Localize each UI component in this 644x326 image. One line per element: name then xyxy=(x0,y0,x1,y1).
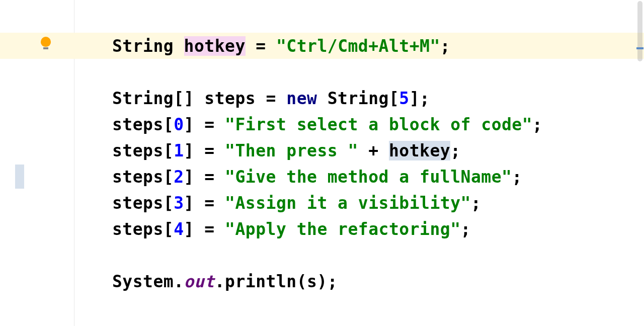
token-semi: ; xyxy=(532,115,542,134)
token-code: ] = xyxy=(184,219,225,239)
scrollbar-thumb[interactable] xyxy=(637,1,642,61)
code-line[interactable]: System.out.println(s); xyxy=(74,268,644,294)
token-string: "Ctrl/Cmd+Alt+M" xyxy=(276,36,440,56)
token-number: 0 xyxy=(174,115,184,134)
token-number: 3 xyxy=(174,193,184,213)
editor-viewport[interactable]: String hotkey = "Ctrl/Cmd+Alt+M"; String… xyxy=(74,0,644,326)
token-string: "Apply the refactoring" xyxy=(225,219,460,239)
token-code: steps[ xyxy=(112,167,174,187)
token-code: String[ xyxy=(317,89,399,108)
code-line[interactable]: steps[2] = "Give the method a fullName"; xyxy=(74,164,644,190)
code-line-blank[interactable] xyxy=(74,59,644,85)
token-code: ] = xyxy=(184,141,225,160)
token-op: + xyxy=(358,141,389,160)
minimap-marker[interactable] xyxy=(636,47,643,49)
token-code: steps[ xyxy=(112,141,174,160)
token-type: String xyxy=(112,36,174,56)
token-code: System. xyxy=(112,272,184,291)
token-code: steps[ xyxy=(112,193,174,213)
token-semi: ; xyxy=(512,167,522,187)
token-semi: ; xyxy=(450,141,460,160)
token-field-out: out xyxy=(184,272,215,291)
token-number: 4 xyxy=(174,219,184,239)
gutter-line-marker[interactable] xyxy=(15,165,24,189)
token-number: 2 xyxy=(174,167,184,187)
token-number: 1 xyxy=(174,141,184,160)
code-line[interactable]: String[] steps = new String[5]; xyxy=(74,85,644,111)
token-string: "Then press " xyxy=(225,141,358,160)
token-variable-declaration[interactable]: hotkey xyxy=(184,36,246,56)
code-line[interactable]: steps[3] = "Assign it a visibility"; xyxy=(74,190,644,216)
token-semi: ; xyxy=(471,193,481,213)
token-semi: ; xyxy=(440,36,450,56)
token-code: String[] steps = xyxy=(112,89,286,108)
code-editor[interactable]: String hotkey = "Ctrl/Cmd+Alt+M"; String… xyxy=(0,0,644,326)
token-code: ]; xyxy=(410,89,430,108)
token-semi: ; xyxy=(461,219,471,239)
code-line-blank[interactable] xyxy=(74,7,644,33)
token-string: "Give the method a fullName" xyxy=(225,167,512,187)
token-code: .println(s); xyxy=(215,272,338,291)
token-code: ] = xyxy=(184,115,225,134)
token-code: steps[ xyxy=(112,115,174,134)
token-string: "Assign it a visibility" xyxy=(225,193,471,213)
code-line[interactable]: steps[4] = "Apply the refactoring"; xyxy=(74,216,644,242)
editor-scrollbar[interactable] xyxy=(636,0,644,326)
token-code: ] = xyxy=(184,193,225,213)
code-line[interactable]: steps[0] = "First select a block of code… xyxy=(74,111,644,137)
token-variable-usage[interactable]: hotkey xyxy=(389,141,450,160)
token-keyword-new: new xyxy=(286,89,317,108)
intention-bulb-icon[interactable] xyxy=(40,37,51,51)
icon-gutter[interactable] xyxy=(25,0,74,326)
token-code: steps[ xyxy=(112,219,174,239)
token-code: ] = xyxy=(184,167,225,187)
code-line-current[interactable]: String hotkey = "Ctrl/Cmd+Alt+M"; xyxy=(74,33,644,59)
token-string: "First select a block of code" xyxy=(225,115,532,134)
token-op: = xyxy=(246,36,276,56)
code-line-blank[interactable] xyxy=(74,242,644,268)
code-line[interactable] xyxy=(74,0,644,7)
token-number: 5 xyxy=(399,89,409,108)
code-line[interactable]: steps[1] = "Then press " + hotkey; xyxy=(74,137,644,164)
